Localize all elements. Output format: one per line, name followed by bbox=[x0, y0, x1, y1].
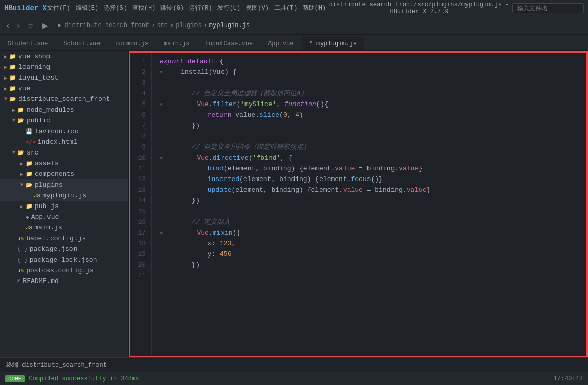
toolbar: ‹ › ☆ ▶ ▶ distribute_search_front › src … bbox=[0, 16, 588, 35]
fold-toggle[interactable]: ▼ bbox=[160, 229, 163, 238]
status-bar: DONE Compiled successfully in 348ms 17:4… bbox=[0, 372, 588, 385]
sidebar-item-readme[interactable]: ▶ M README.md bbox=[0, 276, 128, 287]
sidebar-item-main-js[interactable]: ▶ JS main.js bbox=[0, 222, 128, 233]
sidebar-item-babel[interactable]: ▶ JS babel.config.js bbox=[0, 233, 128, 244]
token: 123 bbox=[219, 239, 231, 249]
item-label: assets bbox=[35, 160, 59, 167]
breadcrumb-part-2[interactable]: plugins bbox=[176, 22, 201, 29]
code-line-4: // 自定义全局过滤器（截取前四位A） bbox=[160, 89, 586, 99]
fold-toggle[interactable]: ▼ bbox=[160, 69, 163, 77]
file-tree-sidebar: ▶ 📁 vue_shop ▶ 📁 learning ▶ 📁 layui_test… bbox=[0, 51, 129, 357]
sidebar-item-favicon[interactable]: ▶ 💾 favicon.ico bbox=[0, 126, 128, 137]
code-line-8 bbox=[160, 132, 586, 142]
tab-school-vue[interactable]: School.vue bbox=[56, 37, 108, 50]
menu-find[interactable]: 查找(H) bbox=[132, 4, 156, 12]
sidebar-item-assets[interactable]: ▶ 📁 assets bbox=[0, 158, 128, 169]
sidebar-item-components[interactable]: ▶ 📁 components bbox=[0, 169, 128, 179]
token: // 自定义全局指令（绑定时获取焦点） bbox=[160, 142, 310, 153]
token: }) bbox=[160, 260, 200, 271]
menu-select[interactable]: 选择(S) bbox=[104, 4, 127, 12]
menu-file[interactable]: 文件(F) bbox=[47, 4, 70, 12]
sidebar-item-app-vue[interactable]: ▶ ◆ App.vue bbox=[0, 212, 128, 222]
folder-icon: 📁 bbox=[26, 171, 33, 177]
code-line-12: inserted (element, binding) {element. fo… bbox=[160, 174, 586, 185]
breadcrumb-part-3[interactable]: myplugin.js bbox=[209, 22, 250, 29]
arrow-icon: ▶ bbox=[10, 107, 17, 113]
fold-toggle[interactable]: ▼ bbox=[160, 155, 163, 163]
token: return bbox=[208, 110, 232, 121]
tab-app-vue[interactable]: App.vue bbox=[260, 37, 301, 50]
breadcrumb-sep: ▶ bbox=[58, 21, 61, 29]
item-label: myplugin.js bbox=[42, 192, 86, 199]
token: . bbox=[209, 228, 213, 239]
item-label: index.html bbox=[38, 138, 78, 146]
token: 'mySlice' bbox=[240, 99, 276, 110]
code-line-21 bbox=[160, 271, 586, 281]
token bbox=[160, 110, 208, 121]
tab-main-js[interactable]: main.js bbox=[156, 37, 197, 50]
arrow-icon: ▶ bbox=[2, 75, 9, 81]
sidebar-item-pub-js[interactable]: ▶ 📁 pub_js bbox=[0, 201, 128, 212]
tab-student-vue[interactable]: Student.vue bbox=[0, 37, 56, 50]
sidebar-item-index-html[interactable]: ▶ </> index.html bbox=[0, 137, 128, 147]
menu-publish[interactable]: 发行(U) bbox=[217, 4, 241, 12]
time-display: 17:40:43 bbox=[553, 375, 583, 382]
sidebar-item-package-lock[interactable]: ▶ { } package-lock.json bbox=[0, 254, 128, 265]
bookmark-button[interactable]: ☆ bbox=[25, 20, 37, 31]
sidebar-item-learning[interactable]: ▶ 📁 learning bbox=[0, 62, 128, 72]
code-editor[interactable]: 1 2 3 4 5 6 7 8 9 10 11 12 13 14 15 16 1… bbox=[129, 51, 588, 357]
code-line-13: update (element, binding) {element. valu… bbox=[160, 185, 586, 196]
token: = binding. bbox=[355, 164, 399, 174]
compile-message: Compiled successfully in 348ms bbox=[29, 375, 139, 382]
sidebar-item-postcss[interactable]: ▶ JS postcss.config.js bbox=[0, 265, 128, 276]
token: value bbox=[407, 185, 427, 196]
menu-goto[interactable]: 跳转(G) bbox=[160, 4, 184, 12]
sidebar-item-layui-test[interactable]: ▶ 📁 layui_test bbox=[0, 72, 128, 83]
md-icon: M bbox=[17, 278, 21, 285]
code-line-11: bind (element, binding) {element. value … bbox=[160, 164, 586, 174]
token: // 自定义全局过滤器（截取前四位A） bbox=[160, 89, 307, 99]
sidebar-item-public[interactable]: ▼ 📂 public bbox=[0, 115, 128, 126]
menu-tools[interactable]: 工具(T) bbox=[274, 4, 298, 12]
sidebar-item-myplugin[interactable]: ▶ JS myplugin.js bbox=[0, 190, 128, 201]
code-line-6: return value. slice ( 0 , 4 ) bbox=[160, 110, 586, 121]
back-button[interactable]: ‹ bbox=[4, 20, 12, 31]
sidebar-item-vue-shop[interactable]: ▶ 📁 vue_shop bbox=[0, 51, 128, 62]
json-icon: { } bbox=[17, 246, 28, 252]
breadcrumb-part-1[interactable]: src bbox=[157, 22, 168, 29]
tab-myplugin-js[interactable]: * myplugin.js bbox=[302, 37, 365, 50]
terminal-bar: 终端-distribute_search_front bbox=[0, 357, 588, 372]
forward-button[interactable]: › bbox=[15, 20, 22, 31]
sidebar-item-node-modules[interactable]: ▶ 📁 node_modules bbox=[0, 105, 128, 115]
tab-inputcase-vue[interactable]: InputCase.vue bbox=[197, 37, 260, 50]
titlebar-left: HBuilder X bbox=[4, 4, 47, 12]
tab-common-js[interactable]: common.js bbox=[108, 37, 156, 50]
token: 4 bbox=[295, 110, 299, 121]
done-badge: DONE bbox=[5, 375, 24, 382]
sidebar-item-plugins[interactable]: ▼ 📂 plugins bbox=[0, 179, 128, 190]
item-label: package-lock.json bbox=[30, 256, 97, 264]
token: update bbox=[208, 185, 232, 196]
menu-view[interactable]: 视图(V) bbox=[246, 4, 269, 12]
token: bind bbox=[208, 164, 224, 174]
window-title: distribute_search_front/src/plugins/mypl… bbox=[326, 1, 512, 15]
folder-open-icon: 📂 bbox=[9, 96, 16, 102]
token: 'fbind' bbox=[253, 153, 281, 164]
item-label: babel.config.js bbox=[26, 235, 86, 242]
file-search-input[interactable] bbox=[512, 3, 584, 13]
js-icon: JS bbox=[34, 193, 40, 199]
sidebar-item-package-json[interactable]: ▶ { } package.json bbox=[0, 244, 128, 254]
token: mixin bbox=[213, 228, 233, 239]
sidebar-item-distribute[interactable]: ▼ 📂 distribute_search_front bbox=[0, 94, 128, 105]
sidebar-item-src[interactable]: ▼ 📂 src bbox=[0, 147, 128, 158]
breadcrumb-part-0[interactable]: distribute_search_front bbox=[65, 22, 150, 29]
run-button[interactable]: ▶ bbox=[40, 20, 51, 31]
sidebar-item-vue[interactable]: ▶ 📁 vue bbox=[0, 83, 128, 94]
menu-edit[interactable]: 编辑(E) bbox=[76, 4, 99, 12]
token: 456 bbox=[219, 249, 231, 260]
token: } bbox=[427, 185, 431, 196]
menu-help[interactable]: 帮助(H) bbox=[303, 4, 326, 12]
arrow-icon: ▶ bbox=[18, 203, 26, 210]
fold-toggle[interactable]: ▼ bbox=[160, 101, 163, 109]
menu-run[interactable]: 运行(R) bbox=[189, 4, 212, 12]
